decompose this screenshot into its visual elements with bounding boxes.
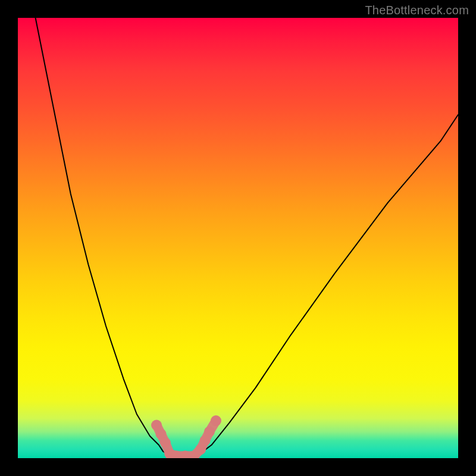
bottleneck-curve <box>36 18 458 458</box>
svg-point-2 <box>160 437 171 448</box>
plot-area <box>18 18 458 458</box>
marker-points <box>151 415 221 458</box>
chart-container: TheBottleneck.com <box>0 0 476 476</box>
svg-point-9 <box>204 427 215 437</box>
svg-point-10 <box>211 415 221 426</box>
curve-svg <box>18 18 458 458</box>
watermark-text: TheBottleneck.com <box>365 4 469 17</box>
